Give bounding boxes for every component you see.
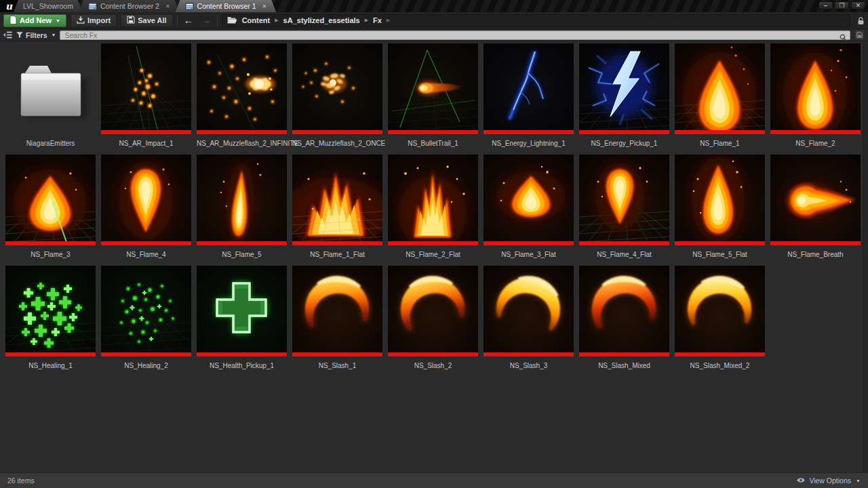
asset-label: NS_Slash_Mixed — [579, 362, 669, 370]
funnel-icon — [16, 31, 23, 39]
asset-tile[interactable]: NS_Flame_Breath — [770, 155, 861, 262]
breadcrumb-path: Content ▶sA_stylized_essetials ▶Fx ▶ — [242, 16, 391, 24]
tab-content-browser-2[interactable]: Content Browser 2 ✕ — [79, 0, 180, 12]
asset-thumbnail — [292, 266, 382, 357]
asset-label: NS_Flame_Breath — [770, 251, 861, 259]
asset-thumbnail — [197, 266, 287, 357]
forward-button[interactable]: → — [199, 16, 213, 25]
asset-tile[interactable]: NS_AR_Impact_1 — [101, 43, 191, 150]
tab-content-browser-1[interactable]: Content Browser 1 ✕ — [176, 0, 277, 12]
tab-close-icon[interactable]: ✕ — [165, 3, 170, 9]
asset-label: NS_Flame_4 — [101, 251, 191, 259]
asset-label: NS_AR_Muzzleflash_2_ONCE — [292, 140, 382, 148]
asset-grid: NiagaraEmitters NS_AR_Impact_1 NS_AR_Muz… — [0, 41, 868, 373]
tab-lvl-showroom[interactable]: LVL_Showroom — [14, 0, 83, 12]
asset-thumbnail — [675, 155, 765, 245]
asset-tile[interactable]: NS_Healing_2 — [101, 266, 191, 373]
back-button[interactable]: ← — [182, 16, 195, 25]
asset-label: NS_Flame_4_Flat — [579, 251, 669, 259]
asset-label: NS_AR_Muzzleflash_2_INFINITE — [197, 140, 287, 148]
breadcrumb-item-content[interactable]: Content — [242, 16, 271, 24]
asset-tile[interactable]: NS_Energy_Pickup_1 — [579, 43, 669, 150]
asset-label: NS_Flame_2 — [770, 140, 861, 148]
import-button[interactable]: Import — [71, 14, 117, 27]
asset-tile[interactable]: NS_Flame_5 — [197, 155, 287, 262]
asset-label: NS_Flame_5 — [197, 251, 287, 259]
asset-label: NS_Flame_1 — [675, 140, 765, 148]
maximize-button[interactable]: ❐ — [835, 1, 849, 9]
asset-label: NS_Healing_2 — [101, 362, 191, 370]
filter-bar: Filters ▼ — [0, 29, 868, 41]
asset-thumbnail — [101, 43, 191, 134]
asset-thumbnail — [197, 43, 287, 134]
search-input[interactable] — [60, 31, 850, 39]
asset-thumbnail — [484, 43, 574, 134]
tab-close-icon[interactable]: ✕ — [262, 3, 267, 9]
open-folder-icon — [227, 16, 237, 25]
asset-thumbnail — [292, 43, 382, 134]
chevron-down-icon: ▼ — [856, 479, 861, 483]
asset-thumbnail — [388, 266, 478, 357]
asset-tile[interactable]: NS_Flame_4 — [101, 155, 191, 262]
breadcrumb-separator: ▶ — [365, 18, 368, 23]
chevron-down-icon: ▼ — [52, 33, 56, 37]
asset-label: NS_Energy_Lightning_1 — [484, 140, 574, 148]
asset-label: NiagaraEmitters — [5, 140, 96, 148]
save-search-button[interactable] — [854, 30, 865, 40]
asset-label: NS_Flame_3_Flat — [484, 251, 574, 259]
asset-tile[interactable]: NS_Slash_Mixed_2 — [675, 266, 765, 373]
asset-thumbnail — [292, 155, 382, 245]
asset-tile[interactable]: NS_Flame_1_Flat — [292, 155, 382, 262]
asset-label: NS_Flame_1_Flat — [292, 251, 382, 259]
asset-tile[interactable]: NS_Flame_2 — [770, 43, 861, 150]
asset-tile[interactable]: NS_AR_Muzzleflash_2_INFINITE — [197, 43, 287, 150]
search-box — [60, 30, 850, 40]
asset-tile[interactable]: NS_BulletTrail_1 — [388, 43, 478, 150]
asset-label: NS_Slash_2 — [388, 362, 478, 370]
breadcrumb-item-fx[interactable]: Fx — [373, 16, 382, 24]
asset-thumbnail — [484, 266, 574, 357]
folder-tile[interactable]: NiagaraEmitters — [5, 43, 96, 150]
tab-strip: LVL_Showroom Content Browser 2 ✕ Content… — [18, 0, 276, 12]
asset-thumbnail — [770, 43, 861, 134]
asset-tile[interactable]: NS_Slash_3 — [484, 266, 574, 373]
asset-tile[interactable]: NS_Slash_2 — [388, 266, 478, 373]
asset-label: NS_Energy_Pickup_1 — [579, 140, 669, 148]
asset-tile[interactable]: NS_Health_Pickup_1 — [197, 266, 287, 373]
asset-tile[interactable]: NS_Flame_3 — [5, 155, 96, 262]
asset-tile[interactable]: NS_Flame_5_Flat — [675, 155, 765, 262]
asset-label: NS_Flame_3 — [5, 251, 96, 259]
asset-tile[interactable]: NS_Flame_4_Flat — [579, 155, 669, 262]
asset-tile[interactable]: NS_AR_Muzzleflash_2_ONCE — [292, 43, 382, 150]
asset-thumbnail — [5, 155, 96, 245]
filters-button[interactable]: Filters ▼ — [16, 31, 56, 39]
import-icon — [77, 16, 85, 25]
toolbar-separator — [217, 15, 218, 26]
asset-thumbnail — [101, 266, 191, 357]
asset-label: NS_Flame_5_Flat — [675, 251, 765, 259]
asset-tile[interactable]: NS_Flame_3_Flat — [484, 155, 574, 262]
asset-thumbnail — [388, 43, 478, 134]
asset-tile[interactable]: NS_Healing_1 — [5, 266, 96, 373]
add-new-button[interactable]: Add New ▼ — [3, 14, 66, 27]
asset-tile[interactable]: NS_Energy_Lightning_1 — [484, 43, 574, 150]
breadcrumb-item-sa-stylized-essetials[interactable]: sA_stylized_essetials — [283, 16, 360, 24]
new-document-icon — [9, 16, 17, 26]
asset-tile[interactable]: NS_Slash_1 — [292, 266, 382, 373]
asset-thumbnail — [197, 155, 287, 245]
close-button[interactable]: ✕ — [851, 1, 865, 9]
asset-thumbnail — [101, 155, 191, 245]
asset-thumbnail — [484, 155, 574, 245]
view-options-button[interactable]: View Options ▼ — [796, 476, 861, 485]
lock-button[interactable] — [857, 16, 865, 25]
save-all-button[interactable]: Save All — [121, 14, 172, 27]
asset-tile[interactable]: NS_Flame_1 — [675, 43, 765, 150]
eye-icon — [796, 476, 806, 485]
minimize-button[interactable]: – — [818, 1, 833, 9]
content-browser-icon — [185, 3, 194, 10]
asset-tile[interactable]: NS_Flame_2_Flat — [388, 155, 478, 262]
toolbar-separator — [177, 15, 178, 26]
asset-tile[interactable]: NS_Slash_Mixed — [579, 266, 669, 373]
sources-panel-toggle[interactable] — [3, 29, 12, 41]
title-bar: u LVL_Showroom Content Browser 2 ✕ Conte… — [0, 0, 868, 12]
